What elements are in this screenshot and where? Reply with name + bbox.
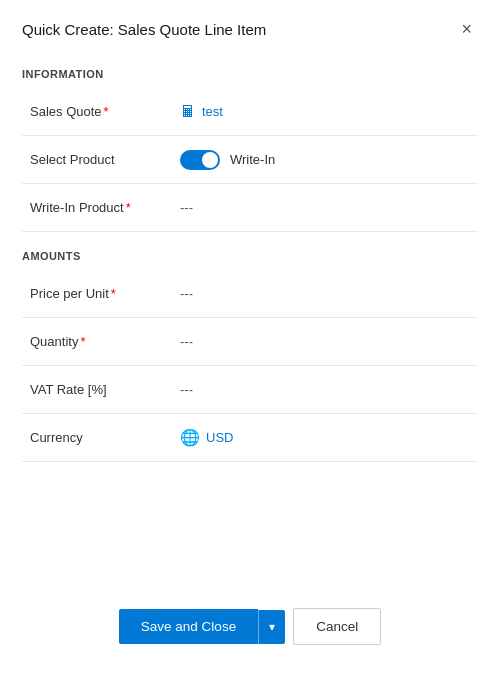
required-indicator: *	[80, 334, 85, 349]
sales-quote-label: Sales Quote*	[30, 104, 180, 119]
vat-rate-label: VAT Rate [%]	[30, 382, 180, 397]
write-in-product-label: Write-In Product*	[30, 200, 180, 215]
select-product-value: Write-In	[180, 150, 478, 170]
price-per-unit-field-row: Price per Unit* ---	[22, 270, 478, 318]
globe-icon: 🌐	[180, 428, 200, 447]
price-per-unit-value[interactable]: ---	[180, 286, 478, 301]
quick-create-dialog: Quick Create: Sales Quote Line Item × IN…	[0, 0, 500, 673]
sales-quote-field-row: Sales Quote* 🖩 test	[22, 88, 478, 136]
quantity-label: Quantity*	[30, 334, 180, 349]
dialog-footer: Save and Close ▾ Cancel	[0, 588, 500, 673]
dialog-body: INFORMATION Sales Quote* 🖩 test Select P…	[0, 50, 500, 588]
toggle-container: Write-In	[180, 150, 275, 170]
price-per-unit-label: Price per Unit*	[30, 286, 180, 301]
required-indicator: *	[111, 286, 116, 301]
dialog-header: Quick Create: Sales Quote Line Item ×	[0, 0, 500, 50]
cancel-button[interactable]: Cancel	[293, 608, 381, 645]
quantity-field-row: Quantity* ---	[22, 318, 478, 366]
write-in-product-field-row: Write-In Product* ---	[22, 184, 478, 232]
required-indicator: *	[126, 200, 131, 215]
write-in-product-value[interactable]: ---	[180, 200, 478, 215]
required-indicator: *	[104, 104, 109, 119]
toggle-label: Write-In	[230, 152, 275, 167]
select-product-label: Select Product	[30, 152, 180, 167]
sales-quote-value[interactable]: 🖩 test	[180, 103, 478, 121]
save-chevron-button[interactable]: ▾	[258, 610, 285, 644]
save-and-close-button[interactable]: Save and Close	[119, 609, 258, 644]
vat-rate-field-row: VAT Rate [%] ---	[22, 366, 478, 414]
write-in-toggle[interactable]	[180, 150, 220, 170]
currency-value[interactable]: 🌐 USD	[180, 428, 478, 447]
calculator-icon: 🖩	[180, 103, 196, 121]
currency-label: Currency	[30, 430, 180, 445]
vat-rate-value[interactable]: ---	[180, 382, 478, 397]
toggle-slider	[180, 150, 220, 170]
quantity-value[interactable]: ---	[180, 334, 478, 349]
close-button[interactable]: ×	[455, 18, 478, 40]
amounts-section-header: AMOUNTS	[22, 232, 478, 270]
dialog-title: Quick Create: Sales Quote Line Item	[22, 21, 266, 38]
information-section-header: INFORMATION	[22, 50, 478, 88]
select-product-field-row: Select Product Write-In	[22, 136, 478, 184]
currency-field-row: Currency 🌐 USD	[22, 414, 478, 462]
